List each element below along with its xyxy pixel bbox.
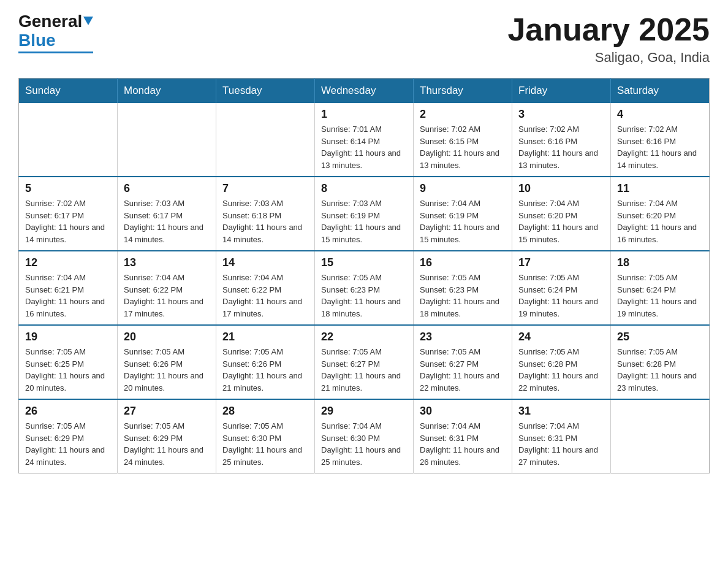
table-row: 20Sunrise: 7:05 AM Sunset: 6:26 PM Dayli… [118,325,216,399]
header-friday: Friday [512,79,611,104]
logo-text: General Blue [18,12,93,50]
day-number: 10 [518,182,604,195]
table-row: 1Sunrise: 7:01 AM Sunset: 6:14 PM Daylig… [315,103,414,177]
day-number: 19 [25,331,111,343]
table-row: 28Sunrise: 7:05 AM Sunset: 6:30 PM Dayli… [216,399,315,473]
day-number: 31 [518,405,604,418]
day-info: Sunrise: 7:04 AM Sunset: 6:30 PM Dayligh… [321,420,407,468]
day-number: 12 [25,256,111,269]
header-wednesday: Wednesday [315,79,414,104]
logo-underline [18,52,93,53]
day-info: Sunrise: 7:05 AM Sunset: 6:29 PM Dayligh… [25,420,111,468]
day-number: 8 [321,182,407,195]
table-row: 23Sunrise: 7:05 AM Sunset: 6:27 PM Dayli… [414,325,512,399]
day-number: 14 [222,256,308,269]
table-row: 15Sunrise: 7:05 AM Sunset: 6:23 PM Dayli… [315,251,414,325]
logo-triangle-icon [83,17,93,25]
day-info: Sunrise: 7:04 AM Sunset: 6:31 PM Dayligh… [420,420,506,468]
table-row: 18Sunrise: 7:05 AM Sunset: 6:24 PM Dayli… [611,251,710,325]
day-number: 21 [222,331,308,343]
day-info: Sunrise: 7:04 AM Sunset: 6:22 PM Dayligh… [124,272,210,320]
day-info: Sunrise: 7:04 AM Sunset: 6:31 PM Dayligh… [518,420,604,468]
table-row: 22Sunrise: 7:05 AM Sunset: 6:27 PM Dayli… [315,325,414,399]
day-number: 3 [518,108,604,121]
day-number: 20 [124,331,210,343]
day-info: Sunrise: 7:04 AM Sunset: 6:22 PM Dayligh… [222,272,308,320]
day-info: Sunrise: 7:04 AM Sunset: 6:20 PM Dayligh… [518,197,604,245]
day-info: Sunrise: 7:03 AM Sunset: 6:19 PM Dayligh… [321,197,407,245]
day-info: Sunrise: 7:03 AM Sunset: 6:17 PM Dayligh… [124,197,210,245]
header-thursday: Thursday [414,79,512,104]
table-row: 16Sunrise: 7:05 AM Sunset: 6:23 PM Dayli… [414,251,512,325]
header-sunday: Sunday [19,79,118,104]
day-info: Sunrise: 7:05 AM Sunset: 6:30 PM Dayligh… [222,420,308,468]
table-row [118,103,216,177]
page-header: General Blue January 2025 Saligao, Goa, … [18,12,710,66]
table-row: 6Sunrise: 7:03 AM Sunset: 6:17 PM Daylig… [118,177,216,251]
day-info: Sunrise: 7:01 AM Sunset: 6:14 PM Dayligh… [321,123,407,171]
day-number: 30 [420,405,506,418]
day-info: Sunrise: 7:02 AM Sunset: 6:16 PM Dayligh… [617,123,703,171]
day-info: Sunrise: 7:05 AM Sunset: 6:25 PM Dayligh… [25,346,111,394]
table-row: 10Sunrise: 7:04 AM Sunset: 6:20 PM Dayli… [512,177,611,251]
day-info: Sunrise: 7:05 AM Sunset: 6:27 PM Dayligh… [321,346,407,394]
calendar-header-row: Sunday Monday Tuesday Wednesday Thursday… [19,79,710,104]
day-number: 5 [25,182,111,195]
day-number: 22 [321,331,407,343]
table-row: 5Sunrise: 7:02 AM Sunset: 6:17 PM Daylig… [19,177,118,251]
day-info: Sunrise: 7:02 AM Sunset: 6:17 PM Dayligh… [25,197,111,245]
day-info: Sunrise: 7:05 AM Sunset: 6:23 PM Dayligh… [420,272,506,320]
table-row [19,103,118,177]
subtitle: Saligao, Goa, India [507,50,710,66]
table-row: 14Sunrise: 7:04 AM Sunset: 6:22 PM Dayli… [216,251,315,325]
table-row: 8Sunrise: 7:03 AM Sunset: 6:19 PM Daylig… [315,177,414,251]
table-row: 21Sunrise: 7:05 AM Sunset: 6:26 PM Dayli… [216,325,315,399]
table-row: 3Sunrise: 7:02 AM Sunset: 6:16 PM Daylig… [512,103,611,177]
day-info: Sunrise: 7:05 AM Sunset: 6:24 PM Dayligh… [617,272,703,320]
header-tuesday: Tuesday [216,79,315,104]
logo-general: General [18,12,82,31]
day-number: 29 [321,405,407,418]
table-row: 4Sunrise: 7:02 AM Sunset: 6:16 PM Daylig… [611,103,710,177]
day-info: Sunrise: 7:04 AM Sunset: 6:19 PM Dayligh… [420,197,506,245]
table-row: 12Sunrise: 7:04 AM Sunset: 6:21 PM Dayli… [19,251,118,325]
day-number: 9 [420,182,506,195]
table-row: 9Sunrise: 7:04 AM Sunset: 6:19 PM Daylig… [414,177,512,251]
table-row: 19Sunrise: 7:05 AM Sunset: 6:25 PM Dayli… [19,325,118,399]
header-saturday: Saturday [611,79,710,104]
table-row: 7Sunrise: 7:03 AM Sunset: 6:18 PM Daylig… [216,177,315,251]
logo-blue: Blue [18,31,56,50]
table-row: 26Sunrise: 7:05 AM Sunset: 6:29 PM Dayli… [19,399,118,473]
day-number: 11 [617,182,703,195]
table-row: 30Sunrise: 7:04 AM Sunset: 6:31 PM Dayli… [414,399,512,473]
day-info: Sunrise: 7:03 AM Sunset: 6:18 PM Dayligh… [222,197,308,245]
table-row: 31Sunrise: 7:04 AM Sunset: 6:31 PM Dayli… [512,399,611,473]
calendar-week-row: 19Sunrise: 7:05 AM Sunset: 6:25 PM Dayli… [19,325,710,399]
day-number: 15 [321,256,407,269]
calendar-table: Sunday Monday Tuesday Wednesday Thursday… [18,78,710,473]
day-number: 17 [518,256,604,269]
table-row: 13Sunrise: 7:04 AM Sunset: 6:22 PM Dayli… [118,251,216,325]
day-number: 27 [124,405,210,418]
day-number: 26 [25,405,111,418]
main-title: January 2025 [507,12,710,47]
table-row: 24Sunrise: 7:05 AM Sunset: 6:28 PM Dayli… [512,325,611,399]
table-row [216,103,315,177]
table-row: 25Sunrise: 7:05 AM Sunset: 6:28 PM Dayli… [611,325,710,399]
day-info: Sunrise: 7:02 AM Sunset: 6:16 PM Dayligh… [518,123,604,171]
day-info: Sunrise: 7:05 AM Sunset: 6:27 PM Dayligh… [420,346,506,394]
day-number: 13 [124,256,210,269]
day-number: 1 [321,108,407,121]
day-info: Sunrise: 7:05 AM Sunset: 6:26 PM Dayligh… [124,346,210,394]
day-info: Sunrise: 7:04 AM Sunset: 6:20 PM Dayligh… [617,197,703,245]
day-info: Sunrise: 7:05 AM Sunset: 6:29 PM Dayligh… [124,420,210,468]
day-info: Sunrise: 7:05 AM Sunset: 6:23 PM Dayligh… [321,272,407,320]
table-row: 11Sunrise: 7:04 AM Sunset: 6:20 PM Dayli… [611,177,710,251]
day-info: Sunrise: 7:05 AM Sunset: 6:28 PM Dayligh… [518,346,604,394]
calendar-week-row: 26Sunrise: 7:05 AM Sunset: 6:29 PM Dayli… [19,399,710,473]
day-number: 6 [124,182,210,195]
calendar-week-row: 1Sunrise: 7:01 AM Sunset: 6:14 PM Daylig… [19,103,710,177]
table-row [611,399,710,473]
day-number: 4 [617,108,703,121]
day-number: 18 [617,256,703,269]
